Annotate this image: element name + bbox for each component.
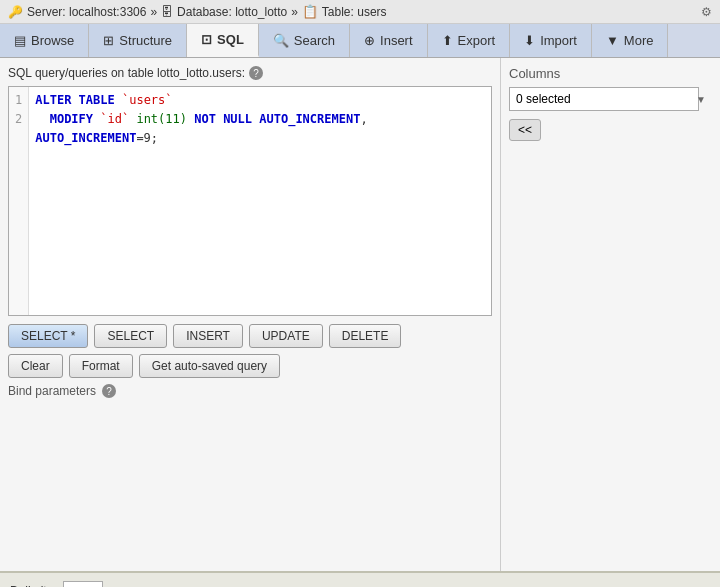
nav-tabs: ▤ Browse ⊞ Structure ⊡ SQL 🔍 Search ⊕ In… [0,24,720,58]
sql-icon: ⊡ [201,32,212,47]
editor-area: SQL query/queries on table lotto_lotto.u… [0,58,500,571]
separator2: » [291,5,298,19]
collapse-button[interactable]: << [509,119,541,141]
update-button[interactable]: UPDATE [249,324,323,348]
search-icon: 🔍 [273,33,289,48]
main-content: SQL query/queries on table lotto_lotto.u… [0,58,720,571]
structure-icon: ⊞ [103,33,114,48]
query-help-icon[interactable]: ? [249,66,263,80]
delete-button[interactable]: DELETE [329,324,402,348]
format-button[interactable]: Format [69,354,133,378]
import-icon: ⬇ [524,33,535,48]
sql-line1: ALTER TABLE `users` [35,91,485,110]
query-type-buttons: SELECT * SELECT INSERT UPDATE DELETE [8,324,492,348]
clear-button[interactable]: Clear [8,354,63,378]
query-label-row: SQL query/queries on table lotto_lotto.u… [8,66,492,80]
more-dropdown-icon: ▼ [606,33,619,48]
tab-insert-label: Insert [380,33,413,48]
insert-icon: ⊕ [364,33,375,48]
delimiter-bracket: ] [109,584,113,588]
columns-label: Columns [509,66,712,81]
delimiter-row: Delimiter ] [10,581,710,587]
action-buttons: Clear Format Get auto-saved query [8,354,492,378]
sql-editor-container: 12 ALTER TABLE `users` MODIFY `id` int(1… [8,86,492,316]
tab-export-label: Export [458,33,496,48]
bind-params-label: Bind parameters [8,384,96,398]
tab-search[interactable]: 🔍 Search [259,24,350,57]
tab-structure[interactable]: ⊞ Structure [89,24,187,57]
server-label: Server: localhost:3306 [27,5,146,19]
line-numbers: 12 [9,87,29,315]
sql-code-display: ALTER TABLE `users` MODIFY `id` int(11) … [29,87,491,315]
browse-icon: ▤ [14,33,26,48]
get-auto-saved-button[interactable]: Get auto-saved query [139,354,280,378]
columns-select-wrapper: 0 selected ▼ [509,87,712,111]
gear-icon: ⚙ [701,5,712,19]
columns-select[interactable]: 0 selected [509,87,699,111]
bind-params-help-icon[interactable]: ? [102,384,116,398]
table-label: Table: users [322,5,387,19]
separator1: » [150,5,157,19]
bind-params-row: Bind parameters ? [8,384,492,398]
sql-line2: MODIFY `id` int(11) NOT NULL AUTO_INCREM… [35,110,485,148]
select-star-button[interactable]: SELECT * [8,324,88,348]
tab-export[interactable]: ⬆ Export [428,24,511,57]
table-icon: 📋 [302,4,318,19]
select-button[interactable]: SELECT [94,324,167,348]
delimiter-input[interactable] [63,581,103,587]
query-label-text: SQL query/queries on table lotto_lotto.u… [8,66,245,80]
tab-structure-label: Structure [119,33,172,48]
options-area: Delimiter ] Show this query here again R… [0,571,720,587]
tab-import[interactable]: ⬇ Import [510,24,592,57]
key-icon: 🔑 [8,5,23,19]
tab-more-label: More [624,33,654,48]
tab-browse[interactable]: ▤ Browse [0,24,89,57]
insert-button[interactable]: INSERT [173,324,243,348]
tab-more[interactable]: ▼ More [592,24,669,57]
tab-sql-label: SQL [217,32,244,47]
tab-sql[interactable]: ⊡ SQL [187,24,259,57]
database-label: Database: lotto_lotto [177,5,287,19]
tab-import-label: Import [540,33,577,48]
title-bar: 🔑 Server: localhost:3306 » 🗄 Database: l… [0,0,720,24]
columns-panel: Columns 0 selected ▼ << [500,58,720,571]
tab-insert[interactable]: ⊕ Insert [350,24,428,57]
tab-browse-label: Browse [31,33,74,48]
tab-search-label: Search [294,33,335,48]
export-icon: ⬆ [442,33,453,48]
db-icon: 🗄 [161,5,173,19]
